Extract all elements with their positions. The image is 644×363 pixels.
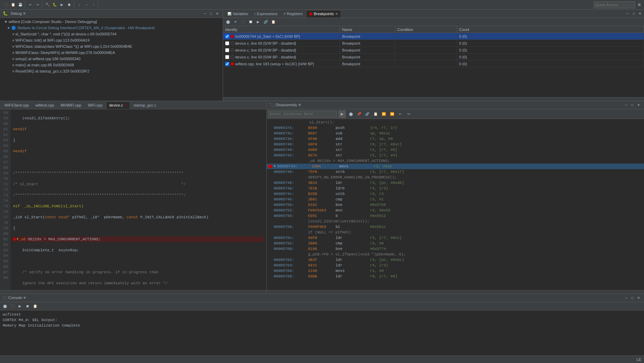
tab-breakpoints[interactable]: ⬤ Breakpoints ✕ (306, 10, 341, 18)
disasm-minimize-btn[interactable]: ─ (623, 102, 629, 108)
tree-item-frame-5[interactable]: ≡ main() at main.cpp:86 0x00003408 (0, 62, 223, 68)
editor-tab-wifitest[interactable]: wifitest.cpp (32, 101, 57, 109)
console-close-btn[interactable]: ✕ (636, 295, 641, 301)
tree-item-frame-0[interactable]: ≡ sl_Start(void *, char *, void (*)())) … (0, 31, 223, 37)
bp-row-4[interactable]: wifitest.cpp, line 183 (setup + 0x13C) [… (223, 60, 644, 67)
toolbar-btn-undo[interactable]: ↩ (27, 1, 34, 8)
editor-tab-startup[interactable]: startup_gcc.c (130, 101, 159, 109)
bp-toolbar-btn-5[interactable]: ▶ (255, 19, 262, 25)
disasm-ops-16: #0x5812 (370, 213, 386, 219)
console-btn-1[interactable]: ⬤ (1, 303, 8, 310)
bp-row-3[interactable]: device.c, line 69 [S/W BP - disabled] Br… (223, 54, 644, 60)
tab-variables[interactable]: 📊 Variables (224, 10, 251, 18)
tree-item-frame-3[interactable]: ≡ MHWiFiClass::SleepWiFi() at MHWifi.cpp… (0, 50, 223, 56)
tab-registers-label: Registers (287, 12, 303, 16)
bp-row-2[interactable]: device.c, line 69 [S/W BP - disabled] Br… (223, 47, 644, 54)
toolbar-btn-3[interactable]: 💾 (17, 1, 24, 8)
editor-tab-device[interactable]: device.c ✕ (106, 101, 130, 109)
console-btn-3[interactable]: ▶ (17, 303, 23, 310)
tree-item-root[interactable]: ▼ wifitest [Code Composer Studio - Devic… (0, 19, 223, 25)
tree-item-frame-4[interactable]: ≡ setup() at wifitest.cpp:186 0x00000340 (0, 56, 223, 62)
bp-cell-count-3: 0 (0) (457, 54, 644, 60)
toolbar-btn-1[interactable]: ⬛ (2, 1, 9, 8)
bp-toolbar-btn-4[interactable]: 🔲 (247, 19, 254, 25)
toolbar-btn-perspectives[interactable]: 🖥 (636, 1, 643, 8)
tree-item-device[interactable]: ▼ 🔵 Stellaris In-Circuit Debug Interface… (0, 25, 223, 31)
tree-item-frame-2[interactable]: ≡ WiFiClass::status(class WiFiClass *)()… (0, 43, 223, 50)
debug-maximize-btn[interactable]: □ (208, 11, 214, 16)
bp-indicator-1 (231, 42, 234, 45)
toolbar-btn-stop[interactable]: ⏹ (66, 1, 73, 8)
tree-text-8: ResetISR() at startup_gcc.c:329 0x00029F… (15, 69, 89, 73)
tree-item-frame-6[interactable]: ≡ ResetISR() at startup_gcc.c:329 0x0002… (0, 68, 223, 74)
disasm-btn-4[interactable]: 📋 (372, 111, 379, 118)
console-icon: ⬛ (3, 296, 7, 300)
toolbar-btn-run[interactable]: ▶ (59, 1, 65, 8)
code-content[interactable]: (void)_SlTaskEntry(); #endif } #endif /*… (10, 109, 266, 290)
disasm-scrollbar-h[interactable] (267, 290, 644, 294)
bp-checkbox-2[interactable] (225, 48, 229, 52)
bp-toolbar-btn-7[interactable]: 📋 (270, 19, 277, 25)
disasm-row-10: 00005748: 4B34 ldr r3, [pc, #0xd0] (267, 180, 644, 186)
disasm-ops-7: r3, #0xa (374, 164, 392, 169)
disasm-maximize-btn[interactable]: □ (630, 102, 635, 108)
tab-expressions[interactable]: 𝑓 Expressions (251, 10, 281, 18)
toolbar-btn-build[interactable]: 🔨 (44, 1, 51, 8)
bp-panel-maximize[interactable]: □ (631, 11, 636, 16)
console-maximize-btn[interactable]: □ (630, 295, 635, 301)
console-minimize-btn[interactable]: ─ (623, 295, 629, 301)
toolbar-btn-2[interactable]: 📋 (10, 1, 17, 8)
debug-close-btn[interactable]: ✕ (214, 11, 220, 16)
code-text-73: ignore the API execution and return imme… (13, 280, 168, 286)
console-btn-5[interactable]: 📋 (32, 303, 39, 310)
bp-cell-identity-4: wifitest.cpp, line 183 (setup + 0x13C) [… (223, 60, 340, 67)
bp-checkbox-4[interactable] (225, 62, 229, 66)
console-btn-2[interactable]: ⬛ (9, 303, 16, 310)
tree-item-frame-1[interactable]: ≡ WiFiClass::init() at WiFi.cpp:113 0x00… (0, 37, 223, 43)
bp-toolbar-btn-3[interactable]: ⬛ (240, 19, 246, 25)
disasm-btn-1[interactable]: ⬤ (347, 111, 354, 118)
quick-access-input[interactable] (594, 1, 635, 8)
console-content[interactable]: wifitest CORTEX M4_0: GEL Output: Memory… (0, 310, 644, 355)
toolbar-btn-debug[interactable]: 🐛 (51, 1, 58, 8)
editor-tab-mhwifi[interactable]: MHWiFi.cpp (57, 101, 84, 109)
bp-checkbox-3[interactable] (225, 55, 229, 59)
debug-minimize-btn[interactable]: ─ (202, 11, 208, 16)
bp-scrollbar[interactable] (223, 97, 644, 101)
bp-row-1[interactable]: device.c, line 69 [S/W BP - disabled] Br… (223, 40, 644, 47)
bp-toolbar-btn-6[interactable]: 🔗 (262, 19, 269, 25)
disasm-location-input[interactable] (268, 111, 337, 118)
bp-checkbox-0[interactable] (225, 34, 229, 38)
disasm-btn-6[interactable]: ⏪ (389, 111, 395, 118)
disasm-btn-8[interactable]: ↪ (405, 111, 412, 118)
bp-panel-minimize[interactable]: ─ (625, 11, 630, 16)
disasm-go-btn[interactable]: ▶ (338, 110, 346, 118)
code-line-67: _i16 sl_Start(const void* pIfHdl, _i8* p… (13, 214, 264, 220)
editor-tab-wifi[interactable]: WiFi.cpp (85, 101, 106, 109)
console-btn-4[interactable]: ⏹ (24, 303, 31, 310)
disasm-btn-5[interactable]: ⏩ (380, 111, 387, 118)
disasm-row-4: 00005740: 60B9 str r1, [r7, #8] (267, 147, 644, 153)
disassembly-content[interactable]: sl_Start(): 0000537A: B590 push {r4, r7,… (267, 119, 644, 290)
tab-registers[interactable]: ≡ Registers (281, 10, 306, 18)
disasm-comment-23: g_pCB->FD = sl_IfOpen((void *)pDevName, … (308, 252, 406, 257)
disasm-btn-7[interactable]: ↩ (397, 111, 404, 118)
bp-toolbar-btn-2[interactable]: ✕ (232, 19, 239, 25)
code-line-62 (13, 160, 264, 165)
bp-toolbar-btn-1[interactable]: ⬤ (224, 19, 231, 25)
disasm-close-btn[interactable]: ✕ (636, 102, 641, 108)
bp-checkbox-1[interactable] (225, 41, 229, 45)
toolbar-btn-redo[interactable]: ↪ (34, 1, 41, 8)
tab-breakpoints-close[interactable]: ✕ (335, 12, 338, 16)
console-toolbar: ⬤ ⬛ ▶ ⏹ 📋 (0, 302, 644, 310)
bp-row-0[interactable]: 0x00005744 (sl_Start + 0xC) [H/W BP] Bre… (223, 33, 644, 40)
disasm-btn-2[interactable]: 📌 (356, 111, 362, 118)
editor-tab-wificlient[interactable]: WiFiClient.cpp (1, 101, 32, 109)
toolbar-btn-stepover[interactable]: → (83, 1, 90, 8)
toolbar-btn-stepout[interactable]: ↑ (90, 1, 97, 8)
disasm-addr-11: 0000574a: (274, 186, 308, 191)
toolbar-btn-stepinto[interactable]: ↓ (76, 1, 83, 8)
editor-scrollbar-h[interactable] (0, 290, 266, 294)
bp-panel-close[interactable]: ✕ (637, 11, 643, 16)
disasm-btn-3[interactable]: 🔗 (364, 111, 371, 118)
